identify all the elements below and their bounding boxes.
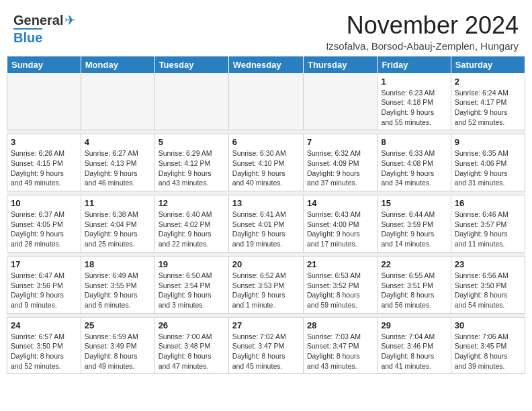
day-number: 2 [455, 77, 521, 87]
calendar-cell: 7Sunrise: 6:32 AM Sunset: 4:09 PM Daylig… [303, 134, 377, 191]
day-info: Sunrise: 6:53 AM Sunset: 3:52 PM Dayligh… [307, 271, 373, 310]
calendar-cell: 11Sunrise: 6:38 AM Sunset: 4:04 PM Dayli… [81, 195, 154, 253]
day-info: Sunrise: 7:04 AM Sunset: 3:46 PM Dayligh… [381, 332, 447, 371]
day-number: 3 [11, 137, 77, 147]
day-info: Sunrise: 6:41 AM Sunset: 4:01 PM Dayligh… [232, 210, 300, 249]
calendar-week-row: 3Sunrise: 6:26 AM Sunset: 4:15 PM Daylig… [7, 134, 525, 191]
calendar-cell: 29Sunrise: 7:04 AM Sunset: 3:46 PM Dayli… [378, 317, 451, 374]
subtitle: Izsofalva, Borsod-Abauj-Zemplen, Hungary [326, 40, 519, 52]
main-title: November 2024 [326, 12, 519, 39]
logo-bird-icon: ✈ [64, 12, 76, 28]
day-number: 27 [232, 320, 300, 330]
day-number: 18 [85, 259, 151, 269]
day-info: Sunrise: 6:46 AM Sunset: 3:57 PM Dayligh… [455, 210, 521, 249]
day-info: Sunrise: 6:35 AM Sunset: 4:06 PM Dayligh… [455, 148, 521, 188]
day-number: 7 [307, 137, 373, 147]
day-info: Sunrise: 6:40 AM Sunset: 4:02 PM Dayligh… [159, 210, 225, 249]
calendar-cell [81, 73, 154, 130]
calendar-cell [228, 73, 303, 130]
calendar-cell: 22Sunrise: 6:55 AM Sunset: 3:51 PM Dayli… [378, 256, 451, 313]
calendar-cell: 1Sunrise: 6:23 AM Sunset: 4:18 PM Daylig… [378, 73, 451, 130]
col-header-sunday: Sunday [7, 56, 81, 73]
day-info: Sunrise: 6:56 AM Sunset: 3:50 PM Dayligh… [455, 271, 521, 310]
col-header-tuesday: Tuesday [154, 56, 228, 73]
day-info: Sunrise: 6:59 AM Sunset: 3:49 PM Dayligh… [85, 332, 151, 371]
calendar-cell: 6Sunrise: 6:30 AM Sunset: 4:10 PM Daylig… [228, 134, 303, 191]
calendar-cell: 25Sunrise: 6:59 AM Sunset: 3:49 PM Dayli… [81, 317, 154, 374]
day-info: Sunrise: 6:43 AM Sunset: 4:00 PM Dayligh… [307, 210, 373, 249]
calendar-cell: 27Sunrise: 7:02 AM Sunset: 3:47 PM Dayli… [228, 317, 303, 374]
day-info: Sunrise: 7:02 AM Sunset: 3:47 PM Dayligh… [232, 332, 300, 371]
calendar-week-row: 17Sunrise: 6:47 AM Sunset: 3:56 PM Dayli… [7, 256, 525, 313]
day-info: Sunrise: 6:26 AM Sunset: 4:15 PM Dayligh… [11, 148, 77, 188]
calendar-cell: 3Sunrise: 6:26 AM Sunset: 4:15 PM Daylig… [7, 134, 81, 191]
day-number: 10 [11, 198, 77, 208]
calendar-cell: 10Sunrise: 6:37 AM Sunset: 4:05 PM Dayli… [7, 195, 81, 253]
day-info: Sunrise: 6:52 AM Sunset: 3:53 PM Dayligh… [232, 271, 300, 310]
calendar-cell: 13Sunrise: 6:41 AM Sunset: 4:01 PM Dayli… [228, 195, 303, 253]
logo-blue: Blue [13, 28, 42, 46]
calendar-cell: 14Sunrise: 6:43 AM Sunset: 4:00 PM Dayli… [303, 195, 377, 253]
calendar-week-row: 24Sunrise: 6:57 AM Sunset: 3:50 PM Dayli… [7, 317, 525, 374]
calendar-cell: 17Sunrise: 6:47 AM Sunset: 3:56 PM Dayli… [7, 256, 81, 313]
day-number: 14 [307, 198, 373, 208]
day-info: Sunrise: 7:03 AM Sunset: 3:47 PM Dayligh… [307, 332, 373, 371]
calendar-cell: 28Sunrise: 7:03 AM Sunset: 3:47 PM Dayli… [303, 317, 377, 374]
day-info: Sunrise: 6:38 AM Sunset: 4:04 PM Dayligh… [85, 210, 151, 249]
col-header-thursday: Thursday [303, 56, 377, 73]
day-info: Sunrise: 7:06 AM Sunset: 3:45 PM Dayligh… [455, 332, 521, 371]
calendar-week-row: 10Sunrise: 6:37 AM Sunset: 4:05 PM Dayli… [7, 195, 525, 253]
day-info: Sunrise: 6:37 AM Sunset: 4:05 PM Dayligh… [11, 210, 77, 249]
col-header-saturday: Saturday [451, 56, 525, 73]
day-number: 30 [455, 320, 521, 330]
calendar-cell: 18Sunrise: 6:49 AM Sunset: 3:55 PM Dayli… [81, 256, 154, 313]
day-number: 4 [85, 137, 151, 147]
day-info: Sunrise: 6:47 AM Sunset: 3:56 PM Dayligh… [11, 271, 77, 310]
day-number: 6 [232, 137, 300, 147]
col-header-wednesday: Wednesday [228, 56, 303, 73]
day-info: Sunrise: 6:44 AM Sunset: 3:59 PM Dayligh… [381, 210, 447, 249]
day-info: Sunrise: 6:24 AM Sunset: 4:17 PM Dayligh… [455, 88, 521, 128]
day-info: Sunrise: 6:33 AM Sunset: 4:08 PM Dayligh… [381, 148, 447, 188]
day-info: Sunrise: 6:55 AM Sunset: 3:51 PM Dayligh… [381, 271, 447, 310]
calendar-cell [303, 73, 377, 130]
calendar-cell: 8Sunrise: 6:33 AM Sunset: 4:08 PM Daylig… [378, 134, 451, 191]
day-number: 26 [159, 320, 225, 330]
calendar-cell: 23Sunrise: 6:56 AM Sunset: 3:50 PM Dayli… [451, 256, 525, 313]
day-info: Sunrise: 6:50 AM Sunset: 3:54 PM Dayligh… [159, 271, 225, 310]
calendar-cell: 2Sunrise: 6:24 AM Sunset: 4:17 PM Daylig… [451, 73, 525, 130]
day-info: Sunrise: 6:32 AM Sunset: 4:09 PM Dayligh… [307, 148, 373, 188]
day-info: Sunrise: 6:49 AM Sunset: 3:55 PM Dayligh… [85, 271, 151, 310]
calendar-cell: 26Sunrise: 7:00 AM Sunset: 3:48 PM Dayli… [154, 317, 228, 374]
logo-general: General [13, 13, 63, 28]
day-number: 29 [381, 320, 447, 330]
day-number: 1 [381, 77, 447, 87]
day-number: 22 [381, 259, 447, 269]
calendar-cell [154, 73, 228, 130]
calendar-cell: 9Sunrise: 6:35 AM Sunset: 4:06 PM Daylig… [451, 134, 525, 191]
calendar-header-row: SundayMondayTuesdayWednesdayThursdayFrid… [7, 56, 525, 73]
title-block: November 2024 Izsofalva, Borsod-Abauj-Ze… [326, 12, 519, 52]
day-number: 9 [455, 137, 521, 147]
day-info: Sunrise: 6:57 AM Sunset: 3:50 PM Dayligh… [11, 332, 77, 371]
day-number: 25 [85, 320, 151, 330]
calendar-cell: 20Sunrise: 6:52 AM Sunset: 3:53 PM Dayli… [228, 256, 303, 313]
day-number: 5 [159, 137, 225, 147]
calendar-cell [7, 73, 81, 130]
header: General ✈ Blue November 2024 Izsofalva, … [0, 0, 532, 56]
calendar-week-row: 1Sunrise: 6:23 AM Sunset: 4:18 PM Daylig… [7, 73, 525, 130]
calendar-cell: 5Sunrise: 6:29 AM Sunset: 4:12 PM Daylig… [154, 134, 228, 191]
day-number: 21 [307, 259, 373, 269]
day-info: Sunrise: 6:30 AM Sunset: 4:10 PM Dayligh… [232, 148, 300, 188]
day-info: Sunrise: 6:23 AM Sunset: 4:18 PM Dayligh… [381, 88, 447, 128]
day-number: 23 [455, 259, 521, 269]
calendar-cell: 12Sunrise: 6:40 AM Sunset: 4:02 PM Dayli… [154, 195, 228, 253]
day-number: 12 [159, 198, 225, 208]
calendar-cell: 21Sunrise: 6:53 AM Sunset: 3:52 PM Dayli… [303, 256, 377, 313]
day-number: 8 [381, 137, 447, 147]
calendar-cell: 4Sunrise: 6:27 AM Sunset: 4:13 PM Daylig… [81, 134, 154, 191]
day-info: Sunrise: 6:27 AM Sunset: 4:13 PM Dayligh… [85, 148, 151, 188]
calendar-cell: 30Sunrise: 7:06 AM Sunset: 3:45 PM Dayli… [451, 317, 525, 374]
day-info: Sunrise: 6:29 AM Sunset: 4:12 PM Dayligh… [159, 148, 225, 188]
day-number: 24 [11, 320, 77, 330]
